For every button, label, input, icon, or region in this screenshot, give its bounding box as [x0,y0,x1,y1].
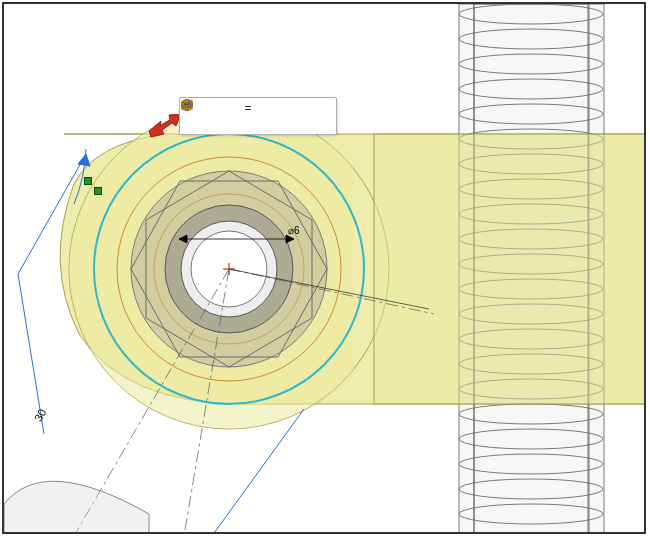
sketch-arc-icon[interactable] [201,100,220,116]
constraint-equal-icon[interactable] [277,116,296,132]
dimension-dia6-label[interactable]: ⌀6 [286,225,302,236]
lower-cylinder [4,481,149,532]
equal-indicator: = [239,100,257,116]
constraint-dimension-icon[interactable] [220,116,239,132]
constraint-vertical-icon[interactable] [201,116,220,132]
cad-viewport[interactable]: 30 ⌀6 [4,4,644,532]
svg-marker-44 [78,154,90,166]
constraint-parallel-icon[interactable] [258,116,277,132]
svg-marker-48 [149,114,181,137]
constraint-coincident-icon[interactable] [182,116,201,132]
constraint-symmetric-icon[interactable] [315,116,334,132]
snap-handle[interactable] [84,177,92,185]
constraint-tangent-icon[interactable] [239,116,258,132]
sketch-point-icon[interactable] [220,100,239,116]
cad-canvas [4,4,644,532]
snap-handle[interactable] [94,187,102,195]
context-toolbar[interactable]: = [179,97,337,135]
constraint-fix-icon[interactable] [296,116,315,132]
bracket-web [374,134,644,404]
